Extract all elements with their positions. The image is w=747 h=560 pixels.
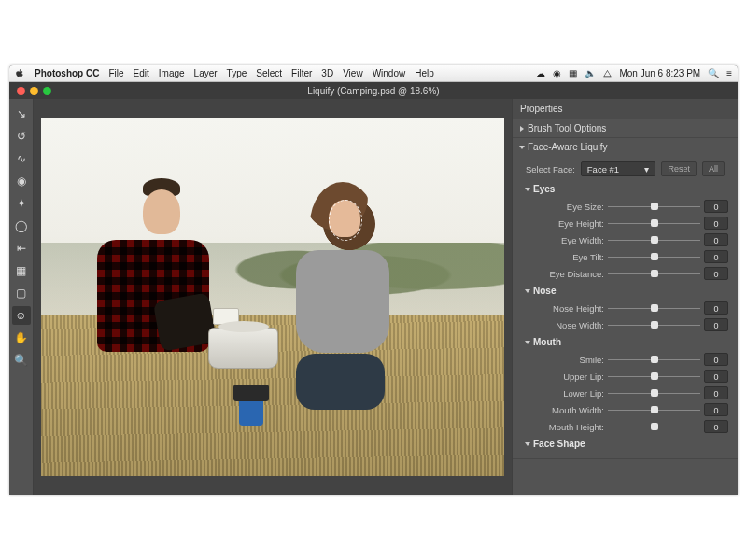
face-aware-liquify-header[interactable]: Face-Aware Liquify	[513, 138, 738, 156]
chevron-down-icon: ▾	[644, 164, 649, 175]
macos-menubar: Photoshop CC FileEditImageLayerTypeSelec…	[9, 65, 738, 82]
face-shape-label: Face Shape	[533, 439, 585, 449]
face-shape-header[interactable]: Face Shape	[516, 435, 734, 453]
slider-value-input[interactable]: 0	[704, 301, 728, 315]
slider-label: Mouth Width:	[531, 405, 604, 415]
slider-row: Nose Height:0	[516, 300, 734, 316]
group-mouth-header[interactable]: Mouth	[516, 333, 734, 351]
group-label: Nose	[533, 286, 556, 296]
slider-eye height[interactable]	[608, 218, 700, 228]
menu-items: FileEditImageLayerTypeSelectFilter3DView…	[108, 68, 433, 78]
menu-filter[interactable]: Filter	[291, 68, 312, 78]
slider-value-input[interactable]: 0	[704, 250, 728, 263]
chevron-down-icon	[525, 341, 530, 344]
canvas-area	[34, 99, 512, 495]
tool-forward-warp[interactable]: ↘	[12, 105, 31, 123]
slider-label: Eye Height:	[531, 218, 604, 229]
apple-icon[interactable]	[15, 68, 25, 78]
menubar-right: ☁︎ ◉ ▦ 🔈 ⧋ Mon Jun 6 8:23 PM 🔍 ≡	[536, 68, 732, 79]
slider-lower lip[interactable]	[608, 388, 700, 398]
slider-value-input[interactable]: 0	[704, 370, 728, 383]
eye-icon[interactable]: ◉	[553, 68, 561, 78]
slider-label: Mouth Height:	[531, 422, 604, 432]
slider-value-input[interactable]: 0	[704, 318, 728, 331]
chevron-down-icon	[525, 188, 530, 191]
liquify-toolbox: ↘↺∿◉✦◯⇤▦▢☺✋🔍	[9, 99, 34, 495]
reset-button[interactable]: Reset	[661, 161, 697, 176]
menu-layer[interactable]: Layer	[194, 68, 218, 78]
group-label: Mouth	[533, 337, 561, 347]
slider-eye size[interactable]	[608, 202, 700, 211]
tool-zoom[interactable]: 🔍	[12, 351, 31, 370]
slider-value-input[interactable]: 0	[704, 217, 728, 230]
wifi-icon[interactable]: ⧋	[603, 68, 612, 79]
minimize-button[interactable]	[30, 87, 38, 95]
menu-type[interactable]: Type	[227, 68, 247, 78]
tool-bloat[interactable]: ◯	[12, 217, 31, 235]
close-button[interactable]	[17, 87, 25, 95]
slider-label: Nose Width:	[531, 320, 604, 330]
photo-content	[41, 118, 504, 476]
slider-mouth width[interactable]	[608, 405, 700, 414]
slider-mouth height[interactable]	[608, 422, 700, 431]
all-button[interactable]: All	[702, 161, 725, 176]
menu-edit[interactable]: Edit	[134, 68, 149, 78]
tool-freeze-mask[interactable]: ▦	[12, 261, 31, 280]
select-face-dropdown[interactable]: Face #1 ▾	[581, 161, 656, 176]
cloud-icon[interactable]: ☁︎	[536, 68, 545, 78]
slider-value-input[interactable]: 0	[704, 233, 728, 246]
slider-value-input[interactable]: 0	[704, 267, 728, 280]
slider-smile[interactable]	[608, 355, 700, 364]
slider-eye tilt[interactable]	[608, 252, 700, 261]
slider-eye width[interactable]	[608, 235, 700, 245]
menu-help[interactable]: Help	[415, 68, 434, 78]
group-eyes-header[interactable]: Eyes	[516, 180, 734, 198]
slider-value-input[interactable]: 0	[704, 200, 728, 213]
slider-label: Eye Size:	[531, 202, 604, 212]
slider-eye ditance[interactable]	[608, 269, 700, 278]
slider-label: Nose Height:	[531, 303, 604, 314]
document-canvas[interactable]	[41, 118, 504, 476]
flag-icon[interactable]: ▦	[569, 68, 577, 78]
zoom-button[interactable]	[43, 87, 51, 95]
slider-row: Upper Lip:0	[516, 368, 734, 385]
spotlight-icon[interactable]: 🔍	[708, 68, 719, 78]
menu-view[interactable]: View	[343, 68, 363, 78]
slider-row: Eye Distance:0	[516, 265, 734, 282]
menu-select[interactable]: Select	[256, 68, 282, 78]
tool-twirl[interactable]: ◉	[12, 172, 31, 190]
slider-value-input[interactable]: 0	[704, 353, 728, 366]
traffic-lights	[9, 87, 51, 95]
menu-window[interactable]: Window	[373, 68, 406, 78]
slider-label: Lower Lip:	[531, 388, 604, 399]
app-name-label: Photoshop CC	[35, 68, 99, 78]
slider-value-input[interactable]: 0	[704, 420, 728, 433]
chevron-right-icon	[520, 126, 524, 132]
group-label: Eyes	[533, 184, 555, 194]
panel-scroll[interactable]: Brush Tool Options Face-Aware Liquify Se…	[513, 119, 738, 495]
tool-face[interactable]: ☺	[12, 306, 31, 325]
menu-3d[interactable]: 3D	[321, 68, 333, 78]
tool-push-left[interactable]: ⇤	[12, 239, 31, 258]
group-nose-header[interactable]: Nose	[516, 282, 734, 300]
slider-label: Eye Width:	[531, 235, 604, 245]
slider-noe width[interactable]	[608, 320, 700, 329]
tool-thaw-mask[interactable]: ▢	[12, 284, 31, 302]
slider-upper lip[interactable]	[608, 371, 700, 381]
slider-value-input[interactable]: 0	[704, 386, 728, 399]
menu-image[interactable]: Image	[159, 68, 185, 78]
window-titlebar: Liquify (Camping.psd @ 18.6%)	[9, 82, 738, 99]
tool-reconstruct[interactable]: ↺	[12, 127, 31, 146]
brush-tool-options-header[interactable]: Brush Tool Options	[513, 119, 738, 137]
tool-smooth[interactable]: ∿	[12, 149, 31, 168]
notification-icon[interactable]: ≡	[726, 68, 732, 78]
slider-noe height[interactable]	[608, 303, 700, 313]
menubar-datetime: Mon Jun 6 8:23 PM	[619, 68, 700, 78]
slider-value-input[interactable]: 0	[704, 403, 728, 416]
volume-icon[interactable]: 🔈	[585, 68, 596, 78]
tool-hand[interactable]: ✋	[12, 329, 31, 347]
menu-file[interactable]: File	[108, 68, 123, 78]
slider-label: Eye Tilt:	[531, 252, 604, 262]
tool-pucker[interactable]: ✦	[12, 194, 31, 213]
select-face-label: Select Face:	[526, 164, 575, 175]
